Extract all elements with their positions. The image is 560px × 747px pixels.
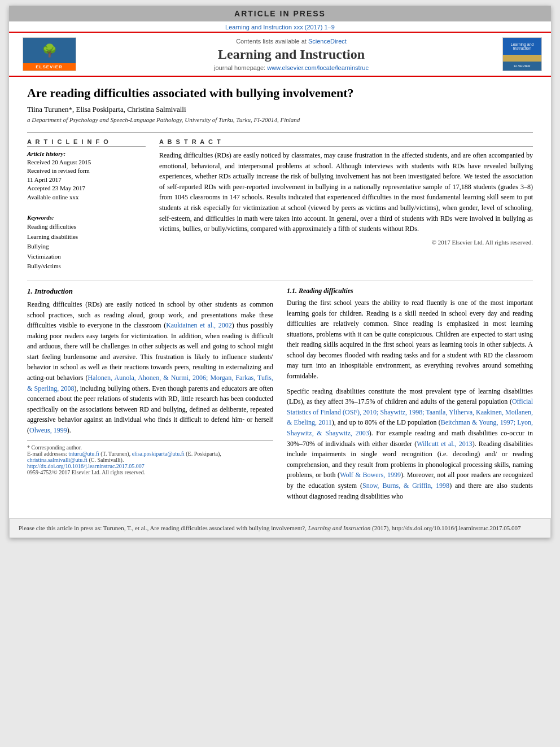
citation-text-1: Please cite this article in press as: Tu…: [19, 525, 307, 531]
citation-bar: Please cite this article in press as: Tu…: [9, 518, 551, 538]
sciencedirect-link[interactable]: ScienceDirect: [308, 38, 347, 45]
journal-cover-image: Learning and Instruction ELSEVIER: [502, 37, 542, 71]
subsection-paragraph2: Specific reading disabilities constitute…: [287, 386, 533, 502]
cover-mid: [503, 55, 541, 62]
elsevier-logo: 🌳 ELSEVIER: [18, 37, 80, 71]
doi-link[interactable]: http://dx.doi.org/10.1016/j.learninstruc…: [27, 463, 145, 469]
article-title: Are reading difficulties associated with…: [27, 86, 533, 101]
elsevier-label: ELSEVIER: [23, 63, 76, 71]
accepted-date: Accepted 23 May 2017: [27, 184, 146, 193]
elsevier-logo-img: 🌳 ELSEVIER: [23, 37, 76, 71]
keywords-label: Keywords:: [27, 214, 146, 221]
ref-olweus[interactable]: Olweus, 1999: [29, 426, 67, 434]
subsection-paragraph1: During the first school years the abilit…: [287, 298, 533, 382]
email-turunen[interactable]: tnturu@utu.fi: [68, 451, 99, 457]
page: ARTICLE IN PRESS Learning and Instructio…: [9, 6, 551, 538]
email-line: E-mail addresses: tnturu@utu.fi (T. Turu…: [27, 451, 273, 463]
journal-info-text: Learning and Instruction xxx (2017) 1–9: [225, 24, 335, 30]
intro-heading: 1. Introduction: [27, 287, 273, 296]
journal-homepage-line: journal homepage: www.elsevier.com/locat…: [87, 64, 496, 71]
revised-date: 11 April 2017: [27, 176, 146, 184]
elsevier-tree-icon: 🌳: [23, 38, 76, 63]
received-revised-label: Received in revised form: [27, 167, 146, 175]
keyword-2: Learning disabilities: [27, 232, 146, 242]
journal-info-line: Learning and Instruction xxx (2017) 1–9: [9, 21, 551, 32]
email-salmivalli[interactable]: christina.salmivalli@utu.fi: [27, 457, 88, 463]
corresponding-note: * Corresponding author.: [27, 444, 273, 451]
subsection-1-1-heading: 1.1. Reading difficulties: [287, 287, 533, 295]
divider: [27, 281, 533, 281]
keyword-4: Victimization: [27, 252, 146, 262]
article-in-press-banner: ARTICLE IN PRESS: [9, 6, 551, 21]
copyright-line: © 2017 Elsevier Ltd. All rights reserved…: [159, 239, 533, 246]
abstract-col: A B S T R A C T Reading difficulties (RD…: [159, 138, 533, 272]
cover-top: Learning and Instruction: [503, 38, 541, 55]
citation-text-2: (2017), http://dx.doi.org/10.1016/j.lear…: [372, 525, 520, 531]
intro-paragraph1: Reading difficulties (RDs) are easily no…: [27, 299, 273, 436]
ref-halonen[interactable]: Halonen, Aunola, Ahonen, & Nurmi, 2006; …: [27, 374, 273, 392]
citation-journal: Learning and Instruction: [308, 525, 371, 531]
footnote-area: * Corresponding author. E-mail addresses…: [27, 440, 273, 475]
homepage-text: journal homepage:: [214, 64, 265, 71]
received-date: Received 20 August 2015: [27, 158, 146, 167]
article-affiliation: a Department of Psychology and Speech-La…: [27, 116, 533, 123]
article-info-col: A R T I C L E I N F O Article history: R…: [27, 138, 146, 272]
authors-text: Tiina Turunen*, Elisa Poskiparta, Christ…: [27, 105, 186, 113]
ref-wolf[interactable]: Wolf & Bowers, 1999: [340, 471, 401, 479]
keyword-5: Bully/victims: [27, 261, 146, 272]
keywords-list: Reading difficulties Learning disabiliti…: [27, 222, 146, 272]
homepage-link[interactable]: www.elsevier.com/locate/learninstruc: [267, 64, 369, 71]
ref-snow[interactable]: Snow, Burns, & Griffin, 1998: [362, 482, 449, 490]
abstract-label: A B S T R A C T: [159, 138, 533, 147]
abstract-text: Reading difficulties (RDs) are easily no…: [159, 150, 533, 234]
cover-bot: ELSEVIER: [503, 62, 541, 71]
intro-col: 1. Introduction Reading difficulties (RD…: [27, 287, 273, 506]
keyword-1: Reading difficulties: [27, 222, 146, 232]
ref-willcutt[interactable]: Willcutt et al., 2013: [417, 440, 473, 448]
email-poskiparta[interactable]: elisa.poskiparta@utu.fi: [132, 451, 185, 457]
subsection-col: 1.1. Reading difficulties During the fir…: [287, 287, 533, 506]
ref-kaukiainen[interactable]: Kaukiainen et al., 2002: [166, 321, 232, 329]
article-info-label: A R T I C L E I N F O: [27, 138, 146, 147]
article-info-abstract: A R T I C L E I N F O Article history: R…: [27, 132, 533, 272]
article-body: Are reading difficulties associated with…: [9, 77, 551, 513]
journal-header: 🌳 ELSEVIER Contents lists available at S…: [9, 32, 551, 77]
journal-title: Learning and Instruction: [87, 47, 496, 62]
available-online: Available online xxx: [27, 193, 146, 202]
contents-text: Contents lists available at: [236, 38, 307, 45]
issn-line: 0959-4752/© 2017 Elsevier Ltd. All right…: [27, 469, 273, 475]
article-authors: Tiina Turunen*, Elisa Poskiparta, Christ…: [27, 105, 533, 114]
journal-center: Contents lists available at ScienceDirec…: [87, 37, 496, 71]
doi-line: http://dx.doi.org/10.1016/j.learninstruc…: [27, 463, 273, 469]
banner-text: ARTICLE IN PRESS: [234, 9, 326, 18]
history-label: Article history:: [27, 150, 146, 157]
sciencedirect-line: Contents lists available at ScienceDirec…: [87, 38, 496, 45]
body-two-col: 1. Introduction Reading difficulties (RD…: [27, 287, 533, 506]
keyword-3: Bullying: [27, 242, 146, 252]
email-label: E-mail addresses:: [27, 451, 67, 457]
